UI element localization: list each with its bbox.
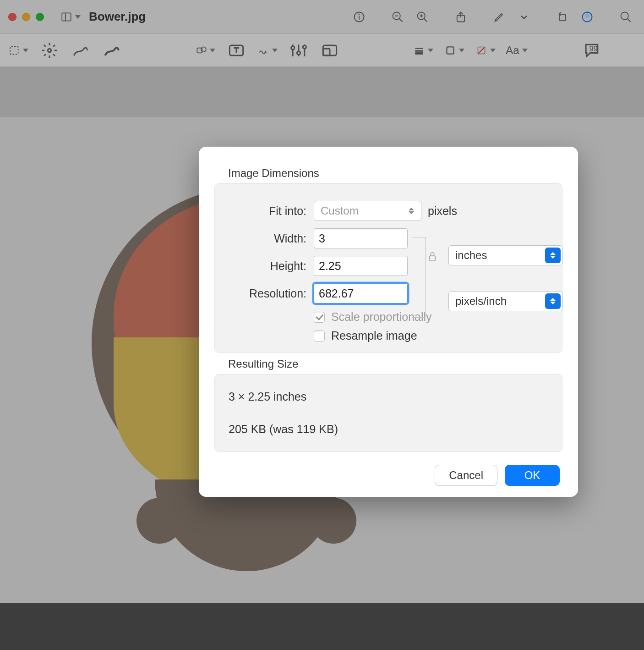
sign-icon[interactable] xyxy=(257,40,278,61)
ok-button[interactable]: OK xyxy=(505,465,560,486)
line-style-icon[interactable] xyxy=(413,40,433,61)
resulting-size-heading: Resulting Size xyxy=(228,358,562,370)
resample-image-row: Resample image xyxy=(314,329,548,342)
text-style-icon[interactable]: Aa xyxy=(507,40,527,61)
dimensions-panel: Fit into: Custom pixels Width: Height: R… xyxy=(214,183,562,353)
footer-strip xyxy=(0,603,644,650)
fit-into-label: Fit into: xyxy=(229,204,306,218)
svg-line-16 xyxy=(628,18,631,22)
fullscreen-window-button[interactable] xyxy=(36,13,44,21)
svg-point-18 xyxy=(48,49,51,52)
width-input[interactable] xyxy=(314,228,408,248)
svg-line-6 xyxy=(399,18,403,22)
border-color-icon[interactable] xyxy=(444,40,464,61)
width-label: Width: xyxy=(229,232,306,245)
highlight-icon[interactable] xyxy=(577,7,597,27)
sidebar-toggle-button[interactable] xyxy=(60,7,81,27)
description-icon[interactable]: 99 xyxy=(582,40,602,61)
resolution-unit-select[interactable]: pixels/inch xyxy=(448,291,563,311)
document-title: Bower.jpg xyxy=(89,10,146,24)
select-arrow-icon xyxy=(404,203,419,219)
select-arrow-icon xyxy=(545,248,561,263)
adjust-size-dialog: Image Dimensions Fit into: Custom pixels… xyxy=(199,147,578,497)
sketch-icon[interactable] xyxy=(71,40,91,61)
window-controls xyxy=(8,13,44,21)
resulting-dimensions-text: 3 × 2.25 inches xyxy=(229,390,548,403)
svg-rect-0 xyxy=(62,13,71,21)
cancel-button[interactable]: Cancel xyxy=(435,465,497,486)
title-bar: Bower.jpg xyxy=(0,0,644,34)
svg-rect-29 xyxy=(323,49,330,55)
lock-bracket xyxy=(412,237,426,318)
svg-text:99: 99 xyxy=(589,44,598,52)
size-unit-value: inches xyxy=(455,249,487,262)
markup-dropdown-icon[interactable] xyxy=(514,7,534,27)
resample-image-label: Resample image xyxy=(331,329,417,342)
size-unit-select[interactable]: inches xyxy=(448,245,563,265)
resulting-filesize-text: 205 KB (was 119 KB) xyxy=(229,423,548,436)
svg-rect-17 xyxy=(10,46,18,54)
select-arrow-icon xyxy=(545,293,561,309)
height-input[interactable] xyxy=(314,256,408,276)
zoom-out-icon[interactable] xyxy=(387,7,408,27)
scale-proportionally-row: Scale proportionally xyxy=(314,310,548,324)
selection-tool-icon[interactable] xyxy=(8,40,28,61)
share-icon[interactable] xyxy=(451,7,471,27)
resulting-size-panel: 3 × 2.25 inches 205 KB (was 119 KB) xyxy=(214,374,562,452)
instant-alpha-icon[interactable] xyxy=(39,40,60,61)
fit-into-select[interactable]: Custom xyxy=(314,201,421,221)
svg-point-15 xyxy=(621,12,628,19)
text-icon[interactable] xyxy=(226,40,246,61)
svg-point-4 xyxy=(359,14,359,14)
resolution-input[interactable] xyxy=(314,283,408,303)
info-icon[interactable] xyxy=(349,7,369,27)
draw-icon[interactable] xyxy=(102,40,122,61)
adjust-size-icon[interactable] xyxy=(320,40,340,61)
svg-rect-37 xyxy=(430,256,436,261)
markup-toolbar: Aa 99 xyxy=(0,34,644,67)
zoom-in-icon[interactable] xyxy=(412,7,432,27)
rotate-icon[interactable] xyxy=(552,7,573,27)
scale-proportionally-checkbox[interactable] xyxy=(314,312,325,323)
resolution-label: Resolution: xyxy=(229,287,306,300)
svg-line-9 xyxy=(424,18,427,22)
markup-icon[interactable] xyxy=(489,7,509,27)
svg-point-27 xyxy=(303,45,306,49)
resolution-unit-value: pixels/inch xyxy=(455,295,507,308)
adjust-color-icon[interactable] xyxy=(289,40,309,61)
image-dimensions-heading: Image Dimensions xyxy=(228,167,562,180)
search-icon[interactable] xyxy=(616,7,636,27)
minimize-window-button[interactable] xyxy=(22,13,30,21)
svg-point-25 xyxy=(291,46,295,49)
fit-into-value: Custom xyxy=(321,204,359,217)
lock-icon[interactable] xyxy=(427,251,437,265)
svg-point-26 xyxy=(297,51,300,54)
fill-color-icon[interactable] xyxy=(475,40,496,61)
svg-rect-33 xyxy=(447,47,453,54)
fit-into-unit: pixels xyxy=(428,204,457,218)
height-label: Height: xyxy=(229,259,306,273)
resample-image-checkbox[interactable] xyxy=(314,331,325,342)
shapes-icon[interactable] xyxy=(195,40,215,61)
close-window-button[interactable] xyxy=(8,13,16,21)
